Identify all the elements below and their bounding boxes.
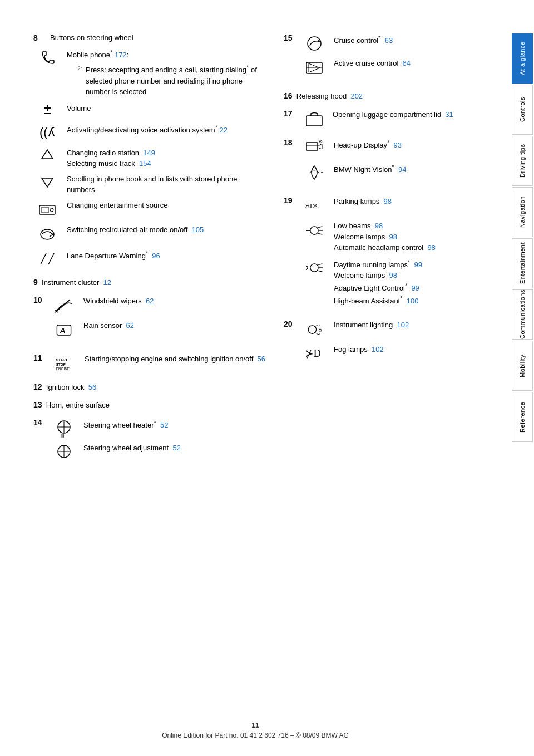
svg-text:⚙: ⚙ <box>318 328 322 333</box>
svg-text:|||: ||| <box>61 433 64 438</box>
col-right: 15 Cruise control* 6 <box>284 33 488 476</box>
sidebar-tab-navigation[interactable]: Navigation <box>512 187 533 237</box>
section-18-hud-text: Head-up Display* 93 <box>334 138 406 151</box>
lane-departure-icon <box>37 249 57 269</box>
arrow-down-icon <box>39 174 55 189</box>
svg-point-9 <box>41 229 54 239</box>
page-number: 11 <box>0 721 511 729</box>
sidebar-tab-at-a-glance[interactable]: At a glance <box>512 33 533 84</box>
section-20: 20 ⚙ <box>284 320 488 369</box>
inst-lighting-icon-cell: ⚙ <box>300 320 328 340</box>
low-beams-icon-cell <box>300 220 328 240</box>
section-18-hud-row: ⚙ Head-up Display* 93 <box>300 138 406 158</box>
wipers-icon-cell <box>50 296 78 316</box>
section-18-number: 18 <box>284 138 296 147</box>
cruise-icon-cell <box>300 33 328 53</box>
voice-icon-cell: ((ʎ <box>33 123 61 143</box>
section-8-entertainment-row: Changing entertainment source <box>33 200 267 220</box>
svg-line-11 <box>48 253 54 264</box>
section-16-text: Releasing hood <box>296 92 347 100</box>
section-19-number: 19 <box>284 196 296 205</box>
section-16-number: 16 <box>284 91 293 100</box>
volume-icon-cell <box>33 103 61 119</box>
section-9-number: 9 <box>33 278 38 287</box>
section-8-recirc-text: Switching recirculated-air mode on/off 1… <box>67 224 267 235</box>
two-col-layout: 8 Buttons on steering wheel Mobile phone… <box>33 33 488 476</box>
lane-icon-cell <box>33 249 61 269</box>
section-19: 19 ΞD⊆ Parking lamps 98 <box>284 196 488 311</box>
section-10: 10 Windshield wipers <box>33 296 267 345</box>
cruise-control-icon <box>304 33 324 53</box>
section-13-number: 13 <box>33 400 42 409</box>
svg-rect-31 <box>306 143 318 150</box>
svg-line-10 <box>41 253 46 264</box>
svg-rect-30 <box>306 116 322 126</box>
steering-wheel-heater-icon: ||| <box>54 418 74 438</box>
section-20-instrument-text: Instrument lighting 102 <box>334 320 409 331</box>
svg-text::: : <box>68 444 70 450</box>
section-15-cruise-row: Cruise control* 63 <box>300 33 411 53</box>
wipers-icon <box>54 296 74 316</box>
section-15: 15 Cruise control* 6 <box>284 33 488 82</box>
section-10-rain-text: Rain sensor 62 <box>83 320 154 331</box>
svg-text:START: START <box>56 358 68 362</box>
section-8-volume-row: Volume <box>33 103 267 119</box>
section-15-active-cruise-row: Active cruise control 64 <box>300 58 411 78</box>
luggage-icon-cell <box>300 109 328 129</box>
section-10-rain-row: A Rain sensor 62 <box>50 320 154 340</box>
svg-text:⊁D: ⊁D <box>305 348 321 360</box>
svg-rect-7 <box>42 207 48 213</box>
section-11: 11 START STOP ENGINE Starting/stopping e… <box>33 354 267 374</box>
section-8-phone-text: Mobile phone* 172: Press: accepting and … <box>67 48 267 99</box>
start-stop-icon-cell: START STOP ENGINE <box>51 354 79 374</box>
rain-icon-cell: A <box>50 320 78 340</box>
section-10-wipers-row: Windshield wipers 62 <box>50 296 154 316</box>
section-11-text: Starting/stopping engine and switching i… <box>85 354 267 365</box>
hud-icon-cell: ⚙ <box>300 138 328 158</box>
section-10-wipers-text: Windshield wipers 62 <box>83 296 154 307</box>
sidebar-tab-driving-tips[interactable]: Driving tips <box>512 136 533 186</box>
daytime-running-lamps-icon <box>304 258 324 278</box>
section-8-voice-row: ((ʎ Activating/deactivating voice activa… <box>33 123 267 143</box>
plus-icon <box>39 103 55 119</box>
section-8-lane-row: Lane Departure Warning* 96 <box>33 249 267 269</box>
section-8-volume-text: Volume <box>67 103 267 114</box>
section-8-arrow-down-row: Scrolling in phone book and in lists wit… <box>33 174 267 195</box>
section-12: 12 Ignition lock 56 <box>33 382 267 391</box>
svg-line-37 <box>318 227 322 228</box>
arrow-down-icon-cell <box>33 174 61 189</box>
svg-point-45 <box>308 326 316 333</box>
svg-text:ΞD⊆: ΞD⊆ <box>305 202 321 210</box>
section-10-number: 10 <box>33 296 46 305</box>
sidebar-tab-mobility[interactable]: Mobility <box>512 341 533 391</box>
arrow-up-icon <box>39 148 55 163</box>
section-18-night-vision-row: BMW Night Vision* 94 <box>300 163 406 183</box>
section-17-number: 17 <box>284 109 296 118</box>
sidebar-tab-controls[interactable]: Controls <box>512 85 533 135</box>
section-8-arrow-up-row: Changing radio station 149 Selecting mus… <box>33 148 267 169</box>
svg-point-36 <box>310 227 318 234</box>
section-9-title: Instrument cluster <box>42 278 99 287</box>
section-14: 14 ||| <box>33 418 267 467</box>
svg-line-44 <box>318 271 322 272</box>
svg-text:STOP: STOP <box>56 362 66 366</box>
svg-marker-5 <box>42 178 53 187</box>
section-8-recirculate-row: Switching recirculated-air mode on/off 1… <box>33 224 267 244</box>
svg-text:A: A <box>60 326 66 335</box>
section-14-adjust-text: Steering wheel adjustment 52 <box>83 443 181 454</box>
night-vision-icon <box>304 163 324 183</box>
section-12-number: 12 <box>33 382 42 391</box>
section-8-scroll-text: Scrolling in phone book and in lists wit… <box>67 174 267 195</box>
sidebar-tab-reference[interactable]: Reference <box>512 392 533 442</box>
sidebar-tab-entertainment[interactable]: Entertainment <box>512 238 533 288</box>
hud-icon: ⚙ <box>304 138 324 158</box>
luggage-icon <box>304 109 324 129</box>
section-15-number: 15 <box>284 33 296 42</box>
section-20-instrument-row: ⚙ Instrument lighting 102 <box>300 320 409 340</box>
section-15-cruise-text: Cruise control* 63 <box>334 33 411 46</box>
section-14-heater-text: Steering wheel heater* 52 <box>83 418 181 431</box>
phone-icon-cell <box>33 48 61 68</box>
section-8-number: 8 <box>33 33 46 42</box>
sidebar-tab-communications[interactable]: Communications <box>512 289 533 340</box>
section-20-fog-text: Fog lamps 102 <box>334 344 409 355</box>
